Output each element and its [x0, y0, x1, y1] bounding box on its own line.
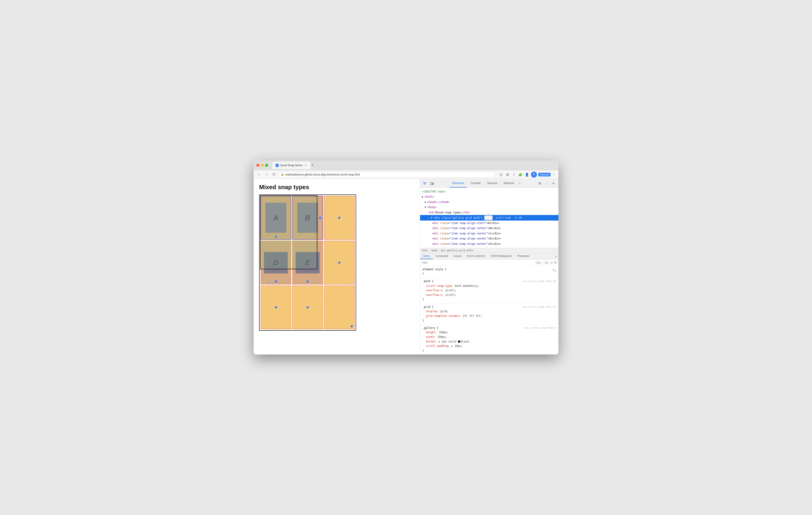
close-window-button[interactable]	[256, 164, 259, 167]
sub-tab-event-listeners[interactable]: Event Listeners	[464, 253, 488, 259]
cls-button[interactable]: .cls	[543, 261, 549, 264]
add-style-button[interactable]: +	[551, 260, 553, 265]
settings-button[interactable]: ⚙	[537, 180, 543, 187]
css-rule-gallery: css-scroll-snap.html:4 .gallery { height…	[420, 324, 558, 354]
snap-dot-e	[307, 280, 309, 283]
account-icon[interactable]: 👤	[524, 172, 529, 177]
breadcrumb-body[interactable]: body	[431, 249, 438, 252]
dom-html[interactable]: ▶ <html>	[420, 194, 558, 199]
dom-head[interactable]: ▶ <head>…</head>	[420, 200, 558, 205]
dom-tree: <!DOCTYPE html> ▶ <html> ▶ <head>…</head…	[420, 188, 558, 248]
grid-item-c	[324, 196, 355, 240]
css-rule-element-style: element.style { AA }	[420, 266, 558, 278]
sub-tab-styles[interactable]: Styles	[420, 253, 433, 259]
sub-tabs: Styles Computed Layout Event Listeners D…	[420, 253, 558, 260]
tab-console[interactable]: Console	[468, 179, 483, 188]
svg-rect-0	[431, 182, 432, 185]
inspect-element-button[interactable]	[422, 180, 428, 187]
snap-container[interactable]: A B D	[259, 195, 356, 331]
paused-badge: Paused	[538, 173, 551, 176]
profile-button[interactable]: P	[531, 172, 537, 178]
traffic-lights	[256, 164, 268, 167]
tab-title: Scroll Snap Demo	[280, 164, 302, 167]
dom-h3[interactable]: <h3> Mixed snap types </h3>	[420, 210, 558, 215]
dom-div-gallery[interactable]: … ▼ <div class="gallery grid both"> grid…	[420, 215, 558, 221]
lock-icon: 🔒	[281, 173, 284, 176]
css-prop-border[interactable]: border:	[423, 340, 437, 343]
grid-item-a: A	[261, 196, 291, 240]
aa-icon: AA	[552, 267, 556, 274]
sub-tab-computed[interactable]: Computed	[433, 253, 451, 259]
snap-dot-f	[338, 261, 340, 264]
css-prop-grid-template[interactable]: grid-template-columns:	[423, 314, 461, 318]
sub-tab-more[interactable]: »	[553, 253, 558, 259]
new-tab-button[interactable]: +	[311, 163, 314, 168]
sub-tab-properties[interactable]: Properties	[515, 253, 532, 259]
grid-item-e: E	[292, 241, 323, 285]
sub-tab-layout[interactable]: Layout	[451, 253, 464, 259]
tab-elements[interactable]: Elements	[450, 179, 467, 188]
svg-rect-1	[433, 183, 433, 184]
grid-item-b: B	[292, 196, 323, 240]
css-prop-scroll-padding[interactable]: scroll-padding:	[423, 344, 450, 348]
tab-network[interactable]: Network	[501, 179, 517, 188]
dom-doctype: <!DOCTYPE html>	[420, 189, 558, 194]
dom-div-e[interactable]: <div class="item snap-align-center">E</d…	[420, 241, 558, 247]
grid-item-d-label: D	[264, 252, 288, 274]
tab-sources[interactable]: Sources	[484, 179, 500, 188]
tab-more[interactable]: »	[518, 179, 522, 188]
grid-item-a-label: A	[265, 203, 286, 233]
grid-item-e-label: E	[296, 252, 319, 274]
breadcrumb: html › body › div.gallery.grid.both	[420, 248, 558, 253]
dom-div-c[interactable]: <div class="item snap-align-center">C</d…	[420, 231, 558, 236]
grid-item-i	[324, 285, 355, 329]
browser-tab[interactable]: S Scroll Snap Demo ✕	[272, 162, 310, 169]
scrollbar-h	[267, 282, 274, 283]
breadcrumb-html[interactable]: html	[422, 249, 428, 252]
css-prop-scroll-snap-type[interactable]: scroll-snap-type:	[423, 284, 453, 288]
hov-button[interactable]: :hov	[534, 261, 542, 264]
tab-close-button[interactable]: ✕	[304, 164, 307, 167]
dom-div-d[interactable]: <div class="item snap-align-center">D</d…	[420, 236, 558, 241]
close-devtools-button[interactable]: ✕	[551, 180, 557, 187]
devtools-panel: Elements Console Sources Network » ⚙ ⋮ ✕…	[420, 179, 558, 354]
reload-button[interactable]: ↻	[271, 172, 277, 177]
cast-icon[interactable]: ⊡	[499, 172, 504, 177]
grid-item-d: D	[261, 241, 291, 285]
toggle-style-button[interactable]: ⊡	[554, 261, 557, 264]
filter-input[interactable]	[422, 261, 533, 264]
dom-div-a[interactable]: <div class="item snap-align-start">A</di…	[420, 221, 558, 226]
minimize-window-button[interactable]	[261, 164, 264, 167]
more-devtools-button[interactable]: ⋮	[544, 180, 550, 187]
dom-body[interactable]: ▼ <body>	[420, 205, 558, 210]
dom-div-b[interactable]: <div class="item snap-align-center">B</d…	[420, 226, 558, 231]
tab-bar: S Scroll Snap Demo ✕ +	[272, 162, 556, 169]
css-prop-overflow-y[interactable]: overflow-y:	[423, 293, 444, 296]
address-input[interactable]	[279, 172, 495, 178]
extensions-icon[interactable]: 🧩	[518, 172, 523, 177]
css-prop-overflow-x[interactable]: overflow-x:	[423, 289, 444, 292]
sub-tab-dom-breakpoints[interactable]: DOM Breakpoints	[488, 253, 515, 259]
color-swatch-black[interactable]	[458, 340, 460, 343]
page-title: Mixed snap types	[259, 183, 414, 191]
snap-dot-a	[275, 235, 277, 238]
css-prop-height[interactable]: height:	[423, 331, 437, 334]
more-options-button[interactable]: ⋮	[552, 172, 556, 177]
breadcrumb-div-gallery[interactable]: div.gallery.grid.both	[441, 249, 473, 252]
grid-icon[interactable]: ⊞	[505, 172, 510, 177]
grid-item-f	[324, 241, 355, 285]
css-prop-display[interactable]: display:	[423, 310, 439, 313]
devtools-toolbar: Elements Console Sources Network » ⚙ ⋮ ✕	[420, 179, 558, 188]
address-bar: ‹ › ↻ 🔒 ⊡ ⊞ ☆ 🧩 👤 P Paused ⋮	[254, 170, 558, 179]
star-icon[interactable]: ☆	[512, 172, 517, 177]
css-prop-width[interactable]: width:	[423, 335, 436, 339]
badge-grid: grid	[484, 216, 493, 220]
tab-favicon: S	[276, 164, 279, 167]
maximize-window-button[interactable]	[265, 164, 268, 167]
device-toolbar-button[interactable]	[429, 180, 435, 187]
back-button[interactable]: ‹	[256, 172, 262, 177]
snap-dot-c	[338, 217, 340, 219]
forward-button[interactable]: ›	[264, 172, 269, 177]
badge-scroll-snap: scroll-snap	[494, 216, 512, 220]
page-content: Mixed snap types A B	[254, 179, 420, 354]
